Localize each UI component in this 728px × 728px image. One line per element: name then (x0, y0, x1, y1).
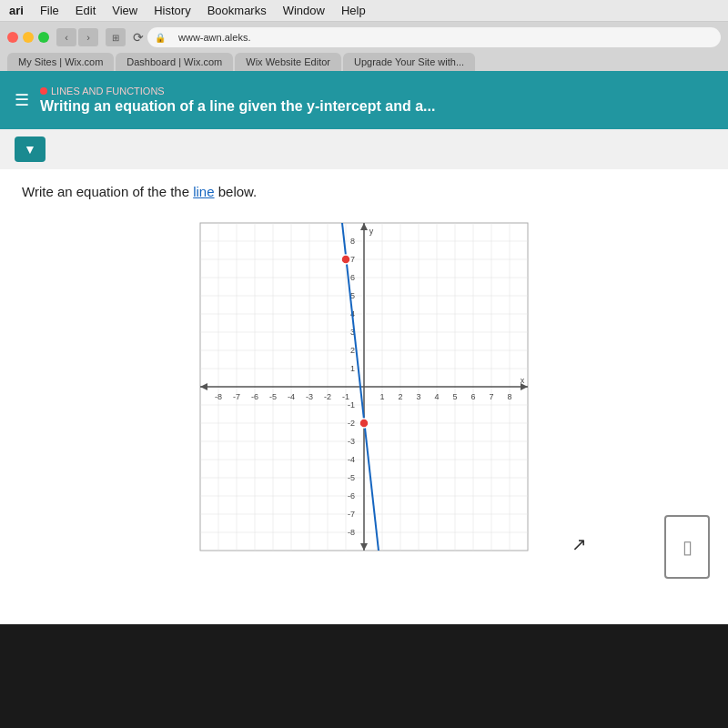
svg-text:1: 1 (350, 364, 355, 373)
svg-text:2: 2 (398, 392, 402, 401)
forward-button[interactable]: › (78, 28, 98, 46)
svg-text:-5: -5 (269, 392, 277, 401)
tab-upgrade[interactable]: Upgrade Your Site with... (343, 53, 475, 71)
svg-text:3: 3 (416, 392, 420, 401)
aleks-header: ☰ LINES AND FUNCTIONS Writing an equatio… (0, 71, 728, 129)
svg-text:-3: -3 (306, 392, 313, 401)
header-text: LINES AND FUNCTIONS Writing an equation … (40, 86, 435, 115)
nav-buttons: ‹ › (56, 28, 98, 46)
graph-container: -8 -7 -6 -5 -4 -3 -2 -1 1 2 3 4 5 6 7 8 … (22, 214, 706, 560)
topic-title: Writing an equation of a line given the … (40, 98, 435, 115)
back-button[interactable]: ‹ (56, 28, 76, 46)
svg-text:7: 7 (489, 392, 493, 401)
svg-text:6: 6 (350, 273, 355, 282)
minimize-button[interactable] (23, 32, 34, 43)
line-link[interactable]: line (193, 184, 214, 199)
svg-text:y: y (369, 227, 374, 236)
main-content: Write an equation of the the line below. (0, 169, 728, 624)
menu-item-edit[interactable]: Edit (76, 4, 96, 17)
svg-text:-4: -4 (288, 392, 295, 401)
address-input[interactable] (169, 27, 713, 47)
svg-text:-7: -7 (348, 510, 355, 519)
maximize-button[interactable] (38, 32, 49, 43)
menu-item-window[interactable]: Window (283, 4, 325, 17)
svg-text:6: 6 (470, 392, 475, 401)
browser-chrome: ‹ › ⊞ ⟳ 🔒 My Sites | Wix.com Dashboard |… (0, 22, 728, 71)
traffic-lights (7, 32, 49, 43)
close-button[interactable] (7, 32, 18, 43)
svg-text:-2: -2 (324, 392, 331, 401)
browser-tabs: My Sites | Wix.com Dashboard | Wix.com W… (7, 53, 721, 71)
tab-overview-button[interactable]: ⊞ (106, 28, 126, 46)
svg-text:5: 5 (452, 392, 457, 401)
browser-toolbar: ‹ › ⊞ ⟳ 🔒 (7, 27, 721, 47)
svg-text:-6: -6 (251, 392, 258, 401)
svg-text:-2: -2 (348, 419, 355, 428)
address-bar-container: ⟳ 🔒 (133, 27, 721, 47)
svg-text:1: 1 (379, 392, 384, 401)
tab-dashboard[interactable]: Dashboard | Wix.com (116, 53, 233, 71)
svg-text:8: 8 (350, 237, 355, 246)
question-text: Write an equation of the the line below. (22, 184, 706, 199)
svg-text:-4: -4 (348, 455, 355, 464)
hamburger-icon[interactable]: ☰ (15, 90, 29, 110)
coordinate-graph: -8 -7 -6 -5 -4 -3 -2 -1 1 2 3 4 5 6 7 8 … (191, 214, 537, 560)
answer-box[interactable]: ▯ (664, 515, 710, 579)
menu-item-ari[interactable]: ari (9, 4, 24, 17)
refresh-button[interactable]: ⟳ (133, 30, 144, 45)
svg-text:-3: -3 (348, 437, 355, 446)
svg-text:-6: -6 (348, 491, 355, 500)
svg-text:-5: -5 (348, 473, 355, 482)
graph-point-2 (359, 419, 369, 428)
svg-text:2: 2 (350, 346, 355, 355)
menu-bar: ari File Edit View History Bookmarks Win… (0, 0, 728, 22)
svg-text:4: 4 (434, 392, 439, 401)
tab-wix-editor[interactable]: Wix Website Editor (235, 53, 341, 71)
svg-text:-8: -8 (215, 392, 222, 401)
browser-content: ☰ LINES AND FUNCTIONS Writing an equatio… (0, 71, 728, 624)
menu-item-help[interactable]: Help (341, 4, 366, 17)
dropdown-button[interactable]: ▼ (15, 136, 46, 162)
menu-item-view[interactable]: View (112, 4, 137, 17)
svg-text:-8: -8 (348, 528, 355, 537)
svg-text:-1: -1 (348, 400, 355, 410)
menu-item-history[interactable]: History (154, 4, 190, 17)
graph-point-1 (341, 255, 350, 264)
topic-label: LINES AND FUNCTIONS (40, 86, 435, 96)
question-prefix: Write an equation of the (22, 184, 167, 199)
answer-input-icon: ▯ (682, 536, 693, 558)
topic-dot-icon (40, 87, 47, 95)
lock-icon: 🔒 (155, 33, 166, 43)
svg-text:8: 8 (507, 392, 511, 401)
topic-label-text: LINES AND FUNCTIONS (51, 86, 165, 96)
svg-text:x: x (521, 376, 525, 385)
svg-text:-7: -7 (233, 392, 240, 401)
menu-item-bookmarks[interactable]: Bookmarks (207, 4, 267, 17)
menu-item-file[interactable]: File (40, 4, 59, 17)
tab-mysites[interactable]: My Sites | Wix.com (7, 53, 114, 71)
